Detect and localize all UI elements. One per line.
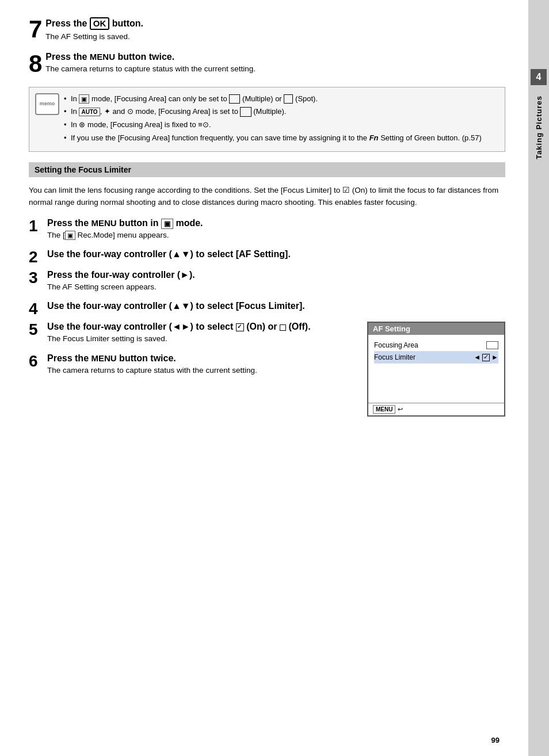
step-1-content: Press the MENU button in ▣ mode. The [▣ … — [47, 218, 505, 245]
main-content: 7 Press the OK button. The AF Setting is… — [0, 0, 528, 756]
menu-word-1: MENU — [91, 218, 116, 228]
right-tab: 4 Taking Pictures — [528, 0, 549, 756]
bracket-multiple — [229, 94, 240, 104]
step-1-number: 1 — [29, 218, 43, 245]
step-3-block: 3 Press the four-way controller (►). The… — [29, 270, 505, 296]
step-8-heading: Press the MENU button twice. — [45, 52, 505, 62]
focus-limiter-label: Focus Limiter — [374, 353, 474, 361]
menu-word-6: MENU — [91, 353, 116, 363]
menu-word-8: MENU — [90, 52, 115, 62]
check-icon — [236, 323, 244, 331]
menu-footer-btn: MENU — [373, 405, 395, 414]
memo-item-1: In ▣ mode, [Focusing Area] can only be s… — [64, 93, 497, 105]
bracket-multiple-2 — [240, 107, 251, 116]
check-box: ✓ — [482, 354, 490, 361]
square-icon — [280, 324, 286, 331]
step-3-heading: Press the four-way controller (►). — [47, 270, 505, 280]
screen-footer: MENU ↩ — [368, 403, 504, 415]
step-1-heading: Press the MENU button in ▣ mode. — [47, 218, 505, 228]
step-7-number: 7 — [29, 17, 42, 41]
star-icon: ✦ — [104, 107, 110, 116]
memo-list: In ▣ mode, [Focusing Area] can only be s… — [64, 93, 497, 144]
step-3-body: The AF Setting screen appears. — [47, 281, 505, 293]
step-6-block: 6 Press the MENU button twice. The camer… — [29, 353, 350, 380]
focus-limiter-value: ◄ ✓ ► — [474, 353, 498, 361]
step-2-content: Use the four-way controller (▲▼) to sele… — [47, 249, 505, 265]
section-heading: Setting the Focus Limiter — [29, 162, 505, 177]
steps-5-6-area: 5 Use the four-way controller (◄►) to se… — [29, 322, 505, 422]
memo-item-3: In ⊛ mode, [Focusing Area] is fixed to ≡… — [64, 119, 497, 131]
step-5-content: Use the four-way controller (◄►) to sele… — [47, 322, 350, 348]
step-4-heading: Use the four-way controller (▲▼) to sele… — [47, 301, 505, 311]
step-7-heading: Press the OK button. — [45, 17, 505, 30]
step-2-number: 2 — [29, 249, 43, 265]
step-4-block: 4 Use the four-way controller (▲▼) to se… — [29, 301, 505, 317]
step-2-heading: Use the four-way controller (▲▼) to sele… — [47, 249, 505, 259]
step-8-body: The camera returns to capture status wit… — [45, 63, 505, 75]
memo-icon: memo — [35, 93, 59, 115]
step-8-block: 8 Press the MENU button twice. The camer… — [29, 52, 505, 78]
screen-header: AF Setting — [368, 323, 504, 335]
step-5-block: 5 Use the four-way controller (◄►) to se… — [29, 322, 350, 348]
section-intro: You can limit the lens focusing range ac… — [29, 184, 505, 209]
step-7-block: 7 Press the OK button. The AF Setting is… — [29, 17, 505, 46]
step-5-body: The Focus Limiter setting is saved. — [47, 333, 350, 345]
fixed-icon: ≡⊙ — [198, 120, 209, 129]
circle-icon: ⊙ — [127, 107, 134, 116]
step-7-body: The AF Setting is saved. — [45, 31, 505, 43]
step-3-content: Press the four-way controller (►). The A… — [47, 270, 505, 296]
memo-text: memo — [40, 100, 55, 108]
focusing-area-value — [486, 341, 498, 349]
step-6-number: 6 — [29, 353, 43, 380]
page-number: 99 — [491, 736, 500, 744]
step-6-heading: Press the MENU button twice. — [47, 353, 350, 364]
mode-video-icon: ▣ — [79, 94, 89, 104]
back-arrow: ↩ — [398, 406, 403, 413]
section-heading-text: Setting the Focus Limiter — [35, 165, 131, 174]
memo-box: memo In ▣ mode, [Focusing Area] can only… — [29, 87, 505, 152]
step-6-content: Press the MENU button twice. The camera … — [47, 353, 350, 380]
screen-row-focus-limiter: Focus Limiter ◄ ✓ ► — [374, 352, 498, 364]
step-3-number: 3 — [29, 270, 43, 296]
focusing-area-bracket — [486, 341, 498, 349]
chapter-label: Taking Pictures — [535, 96, 543, 159]
step-8-inner: Press the MENU button twice. The camera … — [45, 52, 505, 78]
step-1-body: The [▣ Rec.Mode] menu appears. — [47, 230, 505, 241]
screen-row-focusing-area: Focusing Area — [374, 339, 498, 352]
camera-mode-icon: ▣ — [161, 219, 173, 229]
step-5-heading: Use the four-way controller (◄►) to sele… — [47, 322, 350, 332]
chapter-badge: 4 — [531, 69, 547, 85]
check-mark: ✓ — [483, 353, 489, 361]
step-1-block: 1 Press the MENU button in ▣ mode. The [… — [29, 218, 505, 245]
step-8-number: 8 — [29, 52, 42, 76]
memo-item-4: If you use the [Focusing Area] function … — [64, 132, 497, 144]
step-2-block: 2 Use the four-way controller (▲▼) to se… — [29, 249, 505, 265]
step-5-number: 5 — [29, 322, 43, 348]
screen-body: Focusing Area Focus Limiter ◄ ✓ — [368, 335, 504, 403]
step-4-number: 4 — [29, 301, 43, 317]
step-4-content: Use the four-way controller (▲▼) to sele… — [47, 301, 505, 317]
ok-button-label: OK — [90, 17, 110, 30]
memo-item-2: In AUTO, ✦ and ⊙ mode, [Focusing Area] i… — [64, 106, 497, 118]
step-7-inner: Press the OK button. The AF Setting is s… — [45, 17, 505, 46]
macro-icon: ⊛ — [79, 120, 85, 129]
step-6-body: The camera returns to capture status wit… — [47, 365, 350, 376]
focusing-area-label: Focusing Area — [374, 341, 486, 349]
af-setting-screen: AF Setting Focusing Area Focus Limiter ◄ — [367, 322, 505, 417]
screen-spacer — [374, 364, 498, 398]
fn-label: Fn — [369, 133, 379, 142]
auto-icon: AUTO — [79, 108, 100, 116]
screen-mockup-area: AF Setting Focusing Area Focus Limiter ◄ — [361, 322, 505, 422]
page-wrapper: 7 Press the OK button. The AF Setting is… — [0, 0, 549, 756]
memo-icon-inner: memo — [35, 93, 59, 115]
rec-mode-icon: ▣ — [65, 231, 75, 240]
bracket-spot — [284, 94, 293, 104]
steps-5-6-left: 5 Use the four-way controller (◄►) to se… — [29, 322, 350, 384]
